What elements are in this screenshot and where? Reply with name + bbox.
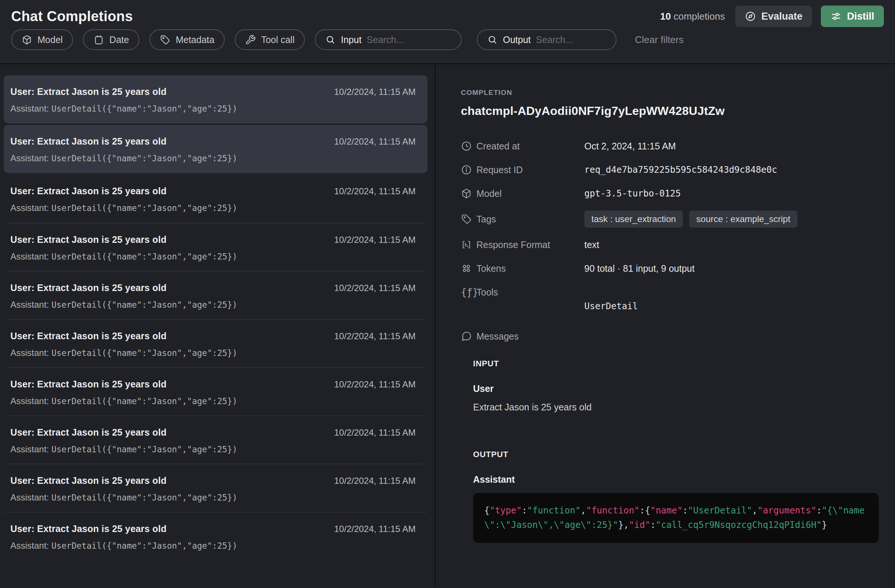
clock-icon (461, 141, 472, 152)
request-id-value: req_d4e7ba759225b595c584243d9c848e0c (584, 165, 880, 175)
response-format-row: Response Format text (461, 238, 880, 252)
created-at-value: Oct 2, 2024, 11:15 AM (584, 141, 880, 152)
completion-list-item[interactable]: User: Extract Jason is 25 years old 10/2… (4, 319, 428, 367)
messages-section-header: Messages (461, 331, 880, 342)
input-role: User (473, 383, 880, 394)
completion-detail-panel: COMPLETION chatcmpl-ADyAodii0NF7ig7yLepW… (435, 64, 895, 587)
evaluate-button[interactable]: Evaluate (735, 6, 812, 27)
completion-list-item[interactable]: User: Extract Jason is 25 years old 10/2… (4, 75, 428, 123)
completions-list: User: Extract Jason is 25 years old 10/2… (0, 64, 435, 587)
completion-id: chatcmpl-ADyAodii0NF7ig7yLepWW428UJtZw (461, 104, 880, 118)
tag-chips: task : user_extractionsource : example_s… (584, 211, 880, 227)
tokens-icon (461, 263, 472, 274)
item-assistant-line: Assistant: UserDetail({"name":"Jason","a… (11, 541, 416, 551)
calendar-icon (93, 35, 104, 45)
output-search-label: Output (503, 35, 531, 45)
item-assistant-line: Assistant: UserDetail({"name":"Jason","a… (11, 252, 416, 262)
item-user-line: User: Extract Jason is 25 years old (11, 427, 167, 438)
page-header: Chat Completions 10 completions Evaluate (0, 0, 895, 64)
input-message-text: Extract Jason is 25 years old (473, 402, 880, 413)
item-user-line: User: Extract Jason is 25 years old (11, 475, 167, 486)
item-assistant-line: Assistant: UserDetail({"name":"Jason","a… (11, 348, 416, 358)
completion-list-item[interactable]: User: Extract Jason is 25 years old 10/2… (4, 367, 428, 415)
filter-metadata[interactable]: Metadata (149, 29, 225, 50)
item-timestamp: 10/2/2024, 11:15 AM (334, 379, 416, 389)
input-section-header: INPUT (473, 359, 880, 368)
completion-list-item[interactable]: User: Extract Jason is 25 years old 10/2… (4, 415, 428, 464)
filter-model[interactable]: Model (11, 29, 73, 50)
item-user-line: User: Extract Jason is 25 years old (11, 282, 167, 293)
tool-name: UserDetail (584, 301, 880, 311)
tag-icon (461, 214, 472, 225)
output-code-block: {"type":"function","function":{"name":"U… (473, 493, 879, 543)
item-user-line: User: Extract Jason is 25 years old (11, 331, 167, 341)
request-id-row: Request ID req_d4e7ba759225b595c584243d9… (461, 163, 880, 176)
item-assistant-line: Assistant: UserDetail({"name":"Jason","a… (11, 153, 416, 164)
tools-row: {ƒ} Tools (461, 285, 880, 299)
created-at-row: Created at Oct 2, 2024, 11:15 AM (461, 139, 880, 153)
item-timestamp: 10/2/2024, 11:15 AM (334, 476, 416, 486)
response-format-value: text (584, 239, 880, 250)
item-user-line: User: Extract Jason is 25 years old (11, 86, 167, 97)
output-section-header: OUTPUT (473, 450, 880, 459)
completion-list-item[interactable]: User: Extract Jason is 25 years old 10/2… (4, 125, 428, 173)
item-timestamp: 10/2/2024, 11:15 AM (334, 331, 416, 341)
item-timestamp: 10/2/2024, 11:15 AM (334, 186, 416, 197)
completion-list-item[interactable]: User: Extract Jason is 25 years old 10/2… (4, 464, 428, 512)
messages-label: Messages (476, 331, 880, 342)
tag-icon (160, 35, 171, 45)
item-user-line: User: Extract Jason is 25 years old (11, 523, 167, 534)
tags-row: Tags task : user_extractionsource : exam… (461, 211, 880, 227)
model-cube-icon (461, 188, 472, 199)
item-user-line: User: Extract Jason is 25 years old (11, 379, 167, 389)
info-icon (461, 164, 472, 175)
output-role: Assistant (473, 474, 880, 485)
search-icon (325, 35, 335, 45)
item-user-line: User: Extract Jason is 25 years old (11, 186, 167, 197)
item-timestamp: 10/2/2024, 11:15 AM (334, 283, 416, 293)
item-timestamp: 10/2/2024, 11:15 AM (334, 524, 416, 534)
search-icon (487, 35, 498, 45)
completion-kicker: COMPLETION (461, 89, 880, 97)
item-assistant-line: Assistant: UserDetail({"name":"Jason","a… (11, 493, 416, 503)
wrench-icon (245, 35, 256, 45)
tag-chip: task : user_extraction (584, 211, 683, 227)
output-search-field[interactable]: Output Search... (477, 29, 617, 50)
response-format-icon (461, 239, 472, 250)
function-braces-icon: {ƒ} (461, 286, 472, 298)
tokens-value: 90 total · 81 input, 9 output (584, 263, 880, 274)
completion-list-item[interactable]: User: Extract Jason is 25 years old 10/2… (4, 271, 428, 319)
completion-list-item[interactable]: User: Extract Jason is 25 years old 10/2… (4, 174, 428, 223)
item-timestamp: 10/2/2024, 11:15 AM (334, 87, 416, 97)
item-user-line: User: Extract Jason is 25 years old (11, 234, 167, 245)
filter-bar: Model Date Metadata (11, 29, 884, 50)
completions-count: 10 completions (660, 11, 725, 22)
output-search-placeholder: Search... (536, 35, 573, 45)
item-timestamp: 10/2/2024, 11:15 AM (334, 427, 416, 438)
item-assistant-line: Assistant: UserDetail({"name":"Jason","a… (11, 444, 416, 455)
input-search-placeholder: Search... (367, 35, 404, 45)
completion-list-item[interactable]: User: Extract Jason is 25 years old 10/2… (4, 223, 428, 271)
tokens-row: Tokens 90 total · 81 input, 9 output (461, 262, 880, 275)
item-timestamp: 10/2/2024, 11:15 AM (334, 235, 416, 245)
item-user-line: User: Extract Jason is 25 years old (11, 136, 167, 147)
model-cube-icon (21, 35, 32, 45)
filter-tool-call[interactable]: Tool call (235, 29, 305, 50)
page-title: Chat Completions (11, 9, 133, 24)
item-assistant-line: Assistant: UserDetail({"name":"Jason","a… (11, 396, 416, 406)
sliders-icon (830, 11, 842, 22)
item-assistant-line: Assistant: UserDetail({"name":"Jason","a… (11, 203, 416, 213)
model-value: gpt-3.5-turbo-0125 (584, 188, 880, 199)
item-assistant-line: Assistant: UserDetail({"name":"Jason","a… (11, 103, 416, 114)
item-assistant-line: Assistant: UserDetail({"name":"Jason","a… (11, 300, 416, 310)
input-search-label: Input (341, 35, 361, 45)
tag-chip: source : example_script (689, 211, 797, 227)
distill-button[interactable]: Distill (821, 6, 884, 27)
input-search-field[interactable]: Input Search... (315, 29, 461, 50)
clear-filters-link[interactable]: Clear filters (635, 34, 683, 45)
item-timestamp: 10/2/2024, 11:15 AM (334, 136, 416, 147)
compass-icon (745, 11, 756, 22)
completion-list-item[interactable]: User: Extract Jason is 25 years old 10/2… (4, 512, 428, 560)
filter-date[interactable]: Date (83, 29, 140, 50)
model-row: Model gpt-3.5-turbo-0125 (461, 187, 880, 200)
